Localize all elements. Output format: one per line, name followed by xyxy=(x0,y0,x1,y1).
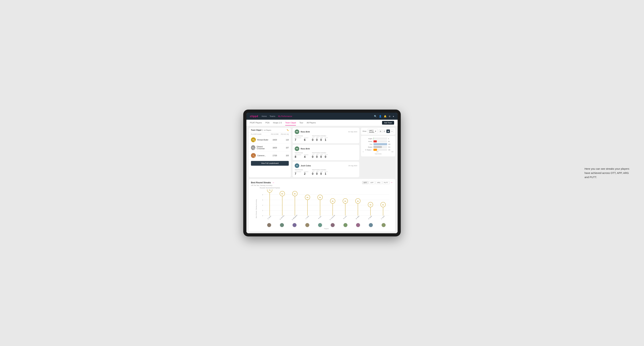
tab-tour[interactable]: Tour xyxy=(300,120,303,126)
nav-teams[interactable]: Teams xyxy=(270,114,275,118)
player-photo xyxy=(382,223,386,227)
svg-text:7x: 7x xyxy=(269,189,270,191)
tab-pga[interactable]: PGA xyxy=(266,120,270,126)
leaderboard-panel: Team Clippd | 14 Players ✏️ PLAYER NAME … xyxy=(249,128,291,177)
x-label-200: 200 xyxy=(376,151,378,152)
add-team-button[interactable]: Add Team xyxy=(382,121,394,125)
tablet-screen: clippd Home Teams My Performance 🔍 👤 🔔 ⊕… xyxy=(246,113,398,233)
grid-view-button[interactable]: ⊞ xyxy=(379,130,382,133)
filter-putt-button[interactable]: PUTT xyxy=(382,181,390,184)
tab-team-clippd[interactable]: Team Clippd xyxy=(285,120,296,126)
bar-track xyxy=(374,146,387,148)
avatar: RB 1 xyxy=(251,137,256,142)
svg-text:3x: 3x xyxy=(370,204,371,206)
svg-text:E. Crossman: E. Crossman xyxy=(329,214,335,220)
x-label-0: 0 xyxy=(363,151,364,152)
edit-icon[interactable]: ✏️ xyxy=(287,129,289,131)
tab-all-players[interactable]: All Players xyxy=(307,120,316,126)
table-view-button[interactable]: ≡ xyxy=(390,130,394,133)
player-avatars-row xyxy=(260,223,393,227)
filter-ott-button[interactable]: OTT xyxy=(362,181,368,184)
filter-arg-button[interactable]: ARG xyxy=(376,181,382,184)
practice-value: 6 xyxy=(304,138,308,142)
svg-text:6: 6 xyxy=(262,199,263,201)
streaks-title-area: Best Round Streaks ← xyxy=(251,181,275,184)
player-photo xyxy=(330,223,335,227)
bar-fill xyxy=(374,146,382,148)
player-avg: 110 xyxy=(280,139,289,141)
total-rounds-label: Total Rounds xyxy=(295,152,308,154)
avatar-icon[interactable]: ● xyxy=(393,115,394,118)
tab-hcaps[interactable]: Hcaps 1-5 xyxy=(273,120,282,126)
tablet-frame: clippd Home Teams My Performance 🔍 👤 🔔 ⊕… xyxy=(243,110,401,236)
bar-value: 131 xyxy=(388,149,394,151)
player-avg: 107 xyxy=(280,147,289,149)
show-value: Last 3 months xyxy=(369,130,374,133)
settings-icon[interactable]: ⊕ xyxy=(389,115,390,118)
bar-row-birdies: Birdies 96 xyxy=(363,140,394,142)
leaderboard-header: Team Clippd | 14 Players ✏️ xyxy=(249,128,291,133)
list-view-button[interactable]: ☰ xyxy=(382,130,386,133)
chart-view-button[interactable]: ◉ xyxy=(386,130,390,133)
arrow-indicator: ← xyxy=(272,181,275,184)
bell-icon[interactable]: 🔔 xyxy=(384,115,386,118)
filter-app-button[interactable]: APP xyxy=(369,181,375,184)
player-card-date: 26 Aug 2023 xyxy=(348,165,357,167)
svg-text:D. Billingham: D. Billingham xyxy=(292,214,298,220)
tab-pgat[interactable]: PGAT Players xyxy=(250,120,262,126)
show-bar: Show Last 3 months ▾ ⊞ ☰ ◉ ≡ xyxy=(361,128,395,135)
avatar: EC 2 xyxy=(251,145,255,150)
profile-icon[interactable]: 👤 xyxy=(379,115,382,118)
table-row: RB 1 Richard Butler 19/20 110 xyxy=(249,136,291,144)
show-dropdown[interactable]: Last 3 months ▾ xyxy=(368,129,378,134)
bar-label: Bogeys xyxy=(363,146,372,148)
player-name: Cameron... xyxy=(257,155,266,157)
tournament-label: Tournament xyxy=(295,137,301,138)
player-card-avatar: JC xyxy=(295,163,299,168)
svg-text:4: 4 xyxy=(262,204,263,206)
bar-value: 499 xyxy=(388,144,394,145)
bar-label: Pars xyxy=(363,144,372,145)
app-logo: clippd xyxy=(250,115,258,118)
putt-value: 1 xyxy=(324,138,328,142)
nav-bar: clippd Home Teams My Performance 🔍 👤 🔔 ⊕… xyxy=(246,113,398,120)
bar-row-eagles: Eagles 3 xyxy=(363,138,394,140)
svg-text:C. Quick: C. Quick xyxy=(380,215,385,220)
nav-home[interactable]: Home xyxy=(262,114,267,118)
svg-text:R. Britt: R. Britt xyxy=(318,216,322,219)
show-label: Show xyxy=(362,130,366,132)
svg-text:4x: 4x xyxy=(344,200,346,202)
bar-value: 3 xyxy=(388,138,394,140)
content-area: Team Clippd | 14 Players ✏️ PLAYER NAME … xyxy=(246,126,398,233)
player-photo xyxy=(267,223,271,227)
player-photo xyxy=(305,223,310,227)
avatar: C 3 xyxy=(251,153,256,158)
player-card: RB Rees Britt Total Rounds Tournament xyxy=(292,145,359,160)
player-card-avatar: RB xyxy=(295,130,299,134)
view-icons: ⊞ ☰ ◉ ≡ xyxy=(379,130,394,133)
svg-text:J. Coles: J. Coles xyxy=(305,215,309,219)
svg-text:B. Ford: B. Ford xyxy=(343,216,347,219)
nav-icons: 🔍 👤 🔔 ⊕ ● xyxy=(374,115,394,118)
player-info: C 3 Cameron... xyxy=(251,153,270,158)
bar-row-bogeys: Bogeys 311 xyxy=(363,146,394,148)
y-axis-label: Best Streak, Fairway Accuracy xyxy=(253,189,260,229)
view-leaderboard-button[interactable]: View Full Leaderboard xyxy=(251,161,289,166)
top-row: Team Clippd | 14 Players ✏️ PLAYER NAME … xyxy=(249,128,395,177)
annotation-text: Here you can see streaks your players ha… xyxy=(584,167,634,179)
table-row: C 3 Cameron... 17/20 103 xyxy=(249,152,291,160)
player-cards-area: RB Rees Britt 02 Sep 2023 Total Rounds T… xyxy=(292,128,359,177)
player-score: 19/20 xyxy=(270,139,280,141)
best-round-streaks-panel: Best Round Streaks ← OTT APP ARG PUTT ← … xyxy=(249,179,395,231)
bar-label: Birdies xyxy=(363,141,372,142)
player-info: EC 2 Edward Crossman xyxy=(251,145,270,150)
search-icon[interactable]: 🔍 xyxy=(374,115,377,118)
nav-performance[interactable]: My Performance xyxy=(278,114,292,118)
bar-track xyxy=(374,149,387,151)
right-arrow-indicator: ← xyxy=(390,181,393,184)
sub-nav: PGAT Players PGA Hcaps 1-5 Team Clippd T… xyxy=(246,120,398,126)
streaks-header: Best Round Streaks ← OTT APP ARG PUTT ← xyxy=(251,181,393,184)
bar-value: 96 xyxy=(388,141,394,142)
player-card-name: Rees Britt xyxy=(301,131,310,133)
rank-badge: 3 xyxy=(254,156,256,158)
